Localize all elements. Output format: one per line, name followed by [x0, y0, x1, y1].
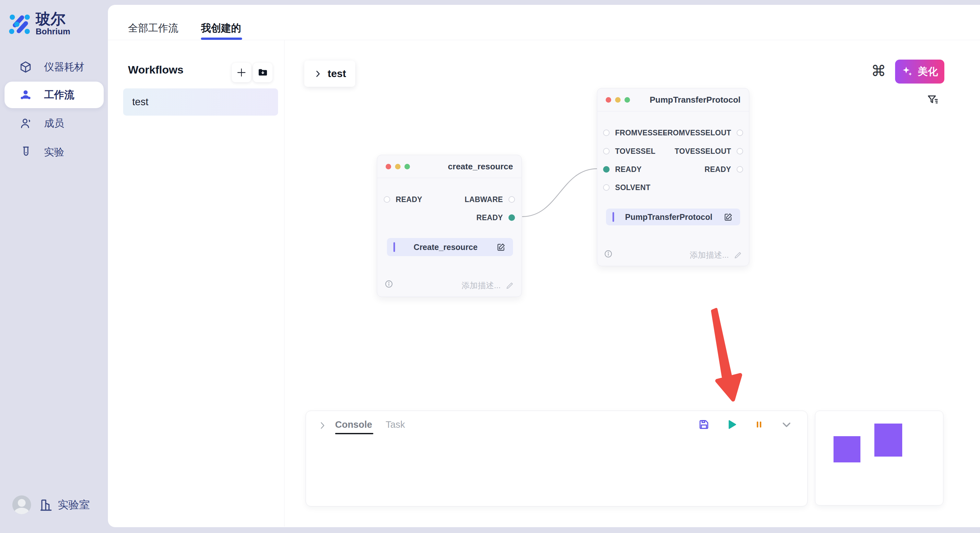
chevron-right-icon — [313, 69, 323, 78]
port-handle-connected[interactable] — [603, 166, 609, 173]
sidebar-item-label: 成员 — [44, 117, 64, 130]
minimap-node-create-resource — [834, 436, 861, 462]
breadcrumb-label: test — [328, 68, 346, 80]
node-action-button[interactable]: PumpTransferProtocol — [606, 209, 740, 225]
beautify-button[interactable]: 美化 — [895, 60, 944, 84]
panel-divider — [284, 40, 285, 527]
info-icon[interactable] — [384, 279, 393, 289]
node-header: create_resource — [377, 155, 522, 178]
node-description-field[interactable]: 添加描述... — [461, 280, 514, 291]
pencil-icon — [505, 281, 514, 290]
package-icon — [19, 60, 32, 74]
traffic-dots — [386, 164, 410, 169]
node-create-resource[interactable]: create_resource READY LABWARE READY Crea… — [377, 155, 522, 297]
tab-all-workflows[interactable]: 全部工作流 — [128, 21, 178, 35]
sidebar-footer[interactable]: 实验室 — [12, 495, 90, 514]
beautify-label: 美化 — [918, 65, 938, 78]
filter-icon[interactable] — [926, 93, 939, 106]
workflow-item-name: test — [132, 96, 148, 108]
port-handle-connected[interactable] — [509, 214, 515, 221]
traffic-dots — [606, 97, 630, 103]
avatar[interactable] — [12, 495, 31, 514]
sidebar-item-label: 工作流 — [44, 88, 74, 102]
node-header: PumpTransferProtocol — [597, 89, 749, 111]
workflow-people-icon — [19, 88, 32, 102]
sidebar-item-label: 仪器耗材 — [44, 60, 84, 74]
dot-yellow-icon — [615, 97, 620, 103]
workflows-panel-title: Workflows — [128, 63, 183, 76]
tabbar-divider — [108, 40, 980, 40]
node-description-field[interactable]: 添加描述... — [690, 250, 743, 260]
minimap[interactable] — [815, 411, 943, 506]
tab-console[interactable]: Console — [335, 419, 372, 430]
sidebar-item-label: 实验 — [44, 145, 64, 159]
command-palette-icon[interactable]: ⌘ — [871, 63, 886, 78]
dot-red-icon — [386, 164, 391, 169]
tab-task[interactable]: Task — [386, 419, 405, 430]
pause-icon[interactable] — [754, 419, 765, 430]
port-handle[interactable] — [603, 148, 609, 154]
node-title: PumpTransferProtocol — [650, 95, 740, 105]
tab-my-created[interactable]: 我创建的 — [201, 21, 241, 35]
active-tab-underline — [201, 38, 242, 40]
experiment-icon — [19, 145, 32, 159]
port-handle[interactable] — [603, 130, 609, 136]
collapse-chevron-down-icon[interactable] — [780, 418, 793, 431]
brand-subtitle: Bohrium — [36, 27, 70, 36]
import-folder-button[interactable] — [253, 63, 272, 82]
info-icon[interactable] — [604, 249, 613, 259]
node-pump-transfer-protocol[interactable]: PumpTransferProtocol FROMVESSEL FROMVESS… — [597, 88, 749, 266]
port-ready-out: READY — [705, 165, 743, 174]
pencil-icon — [733, 251, 743, 260]
console-expand-chevron-icon[interactable] — [318, 420, 327, 430]
workflow-list-item[interactable]: test — [123, 89, 278, 116]
port-ready-out: READY — [476, 213, 515, 222]
node-title: create_resource — [448, 162, 513, 171]
minimap-node-pump-transfer — [874, 424, 902, 457]
dot-green-icon — [404, 164, 410, 169]
port-handle[interactable] — [509, 196, 515, 203]
port-handle[interactable] — [737, 148, 743, 154]
building-icon — [39, 498, 53, 512]
save-icon[interactable] — [698, 418, 710, 431]
edit-icon[interactable] — [723, 212, 734, 222]
sidebar-item-consumables[interactable]: 仪器耗材 — [5, 54, 104, 80]
lab-switcher-label: 实验室 — [58, 498, 90, 512]
folder-download-icon — [257, 67, 268, 78]
sidebar-item-experiments[interactable]: 实验 — [5, 139, 104, 165]
port-ready-in: READY — [384, 195, 422, 204]
sidebar-item-members[interactable]: 成员 — [5, 110, 104, 136]
sparkles-icon — [902, 65, 914, 78]
port-fromvesselout-out: FROMVESSELOUT — [663, 128, 743, 137]
port-solvent-in: SOLVENT — [603, 183, 651, 192]
port-ready-in: READY — [603, 165, 642, 174]
canvas-breadcrumb[interactable]: test — [304, 60, 355, 87]
brand-name: 玻尔 — [36, 11, 70, 27]
console-tab-underline — [335, 433, 373, 434]
member-icon — [19, 117, 32, 130]
run-play-icon[interactable] — [725, 418, 738, 431]
add-workflow-button[interactable] — [232, 63, 251, 82]
plus-icon — [236, 67, 247, 78]
console-panel: Console Task — [305, 411, 808, 506]
port-handle[interactable] — [603, 184, 609, 191]
dot-red-icon — [606, 97, 611, 103]
dot-yellow-icon — [395, 164, 401, 169]
edit-icon[interactable] — [496, 242, 506, 252]
port-fromvessel-in: FROMVESSEL — [603, 128, 667, 137]
port-handle[interactable] — [384, 196, 390, 203]
bohrium-logo-icon — [9, 14, 30, 34]
node-action-button[interactable]: Create_resource — [387, 238, 513, 256]
sidebar-item-workflow[interactable]: 工作流 — [5, 82, 104, 108]
brand-logo: 玻尔 Bohrium — [9, 11, 70, 36]
port-labware-out: LABWARE — [465, 195, 515, 204]
dot-green-icon — [625, 97, 630, 103]
port-handle[interactable] — [737, 130, 743, 136]
sidebar: 玻尔 Bohrium 仪器耗材 工作流 成员 — [0, 0, 108, 533]
port-handle[interactable] — [737, 166, 743, 173]
port-tovesselout-out: TOVESSELOUT — [675, 147, 743, 155]
port-tovessel-in: TOVESSEL — [603, 147, 655, 155]
